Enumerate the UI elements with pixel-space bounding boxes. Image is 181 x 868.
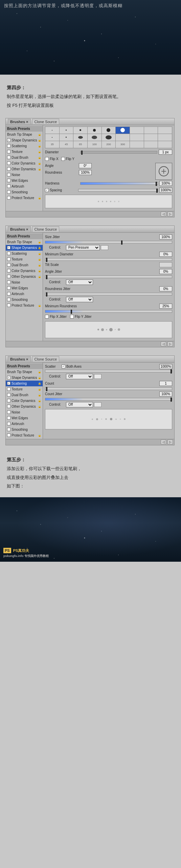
panel-3-tab-clone[interactable]: Clone Source	[32, 356, 60, 362]
checkbox-2-scattering[interactable]	[7, 252, 10, 255]
control-select-2[interactable]: Off	[66, 279, 93, 285]
sidebar-2-brush-tip[interactable]: Brush Tip Shape 🔒	[6, 239, 43, 245]
sidebar-2-dual-brush[interactable]: Dual Brush 🔒	[6, 262, 43, 268]
sidebar-2-scattering[interactable]: Scattering 🔒	[6, 251, 43, 256]
min-roundness-slider[interactable]	[45, 310, 172, 313]
sidebar-1-brush-presets[interactable]: Brush Presets	[6, 126, 43, 132]
checkbox-scattering-1[interactable]	[7, 144, 10, 148]
brush-cell-14[interactable]	[102, 134, 116, 141]
flip-x-checkbox[interactable]	[45, 157, 49, 161]
checkbox-smoothing-1[interactable]	[7, 190, 10, 194]
panel-2-btn-2[interactable]: ▷	[167, 342, 173, 346]
checkbox-protect-texture-1[interactable]	[7, 196, 10, 199]
size-jitter-thumb[interactable]	[121, 240, 122, 245]
checkbox-3-scattering[interactable]	[7, 382, 10, 385]
panel-2-tab-clone[interactable]: Clone Source	[32, 226, 60, 232]
sidebar-3-protect-texture[interactable]: Protect Texture 🔒	[6, 432, 43, 438]
sidebar-1-smoothing[interactable]: Smoothing	[6, 189, 43, 195]
sidebar-2-noise[interactable]: Noise	[6, 279, 43, 285]
min-diameter-thumb[interactable]	[46, 258, 47, 262]
checkbox-3-texture[interactable]	[7, 387, 10, 391]
checkbox-3-airbrush[interactable]	[7, 422, 10, 425]
brush-cell-6[interactable]	[116, 127, 130, 134]
checkbox-2-dual-brush[interactable]	[7, 263, 10, 267]
sidebar-2-color-dynamics[interactable]: Color Dynamics 🔒	[6, 268, 43, 274]
min-roundness-thumb[interactable]	[71, 310, 72, 314]
checkbox-3-other-dynamics[interactable]	[7, 405, 10, 408]
sidebar-2-texture[interactable]: Texture 🔒	[6, 256, 43, 262]
sidebar-2-smoothing[interactable]: Smoothing	[6, 297, 43, 303]
checkbox-3-smoothing[interactable]	[7, 428, 10, 431]
flip-y-jitter-checkbox[interactable]	[70, 315, 74, 319]
hardness-slider[interactable]	[80, 182, 158, 185]
checkbox-other-dynamics-1[interactable]	[7, 167, 10, 171]
sidebar-3-shape-dynamics[interactable]: Shape Dynamics 🔒	[6, 375, 43, 381]
sidebar-2-shape-dynamics[interactable]: Shape Dynamics 🔒	[6, 245, 43, 251]
brush-cell-8[interactable]	[144, 127, 158, 134]
sidebar-3-airbrush[interactable]: Airbrush	[6, 421, 43, 427]
brush-cell-26[interactable]	[144, 141, 158, 148]
sidebar-3-color-dynamics[interactable]: Color Dynamics 🔒	[6, 398, 43, 404]
brush-cell-13[interactable]	[88, 134, 101, 141]
sidebar-3-smoothing[interactable]: Smoothing	[6, 427, 43, 432]
checkbox-2-other-dynamics[interactable]	[7, 275, 10, 278]
panel-3-btn-2[interactable]: ▷	[167, 440, 173, 444]
sidebar-3-brush-tip[interactable]: Brush Tip Shape 🔒	[6, 369, 43, 375]
panel-3-btn-1[interactable]: ◁	[161, 440, 166, 444]
brush-cell-17[interactable]	[144, 134, 158, 141]
flip-y-checkbox[interactable]	[61, 157, 65, 161]
sidebar-1-color-dynamics[interactable]: Color Dynamics 🔒	[6, 160, 43, 166]
count-jitter-control-select[interactable]: Off	[66, 402, 93, 407]
panel-1-btn-2[interactable]: ▷	[167, 212, 173, 216]
scatter-thumb[interactable]	[171, 369, 172, 373]
angle-input[interactable]	[79, 163, 92, 168]
checkbox-3-color-dynamics[interactable]	[7, 399, 10, 402]
brush-cell-9[interactable]	[158, 127, 172, 134]
sidebar-1-texture[interactable]: Texture 🔒	[6, 149, 43, 155]
sidebar-3-texture[interactable]: Texture 🔒	[6, 386, 43, 392]
scatter-input[interactable]	[159, 364, 172, 369]
checkbox-2-texture[interactable]	[7, 257, 10, 261]
sidebar-1-scattering[interactable]: Scattering 🔒	[6, 143, 43, 149]
roundness-jitter-slider[interactable]	[45, 293, 172, 295]
brush-cell-20[interactable]: 45	[60, 141, 73, 148]
sidebar-1-protect-texture[interactable]: Protect Texture 🔒	[6, 195, 43, 201]
angle-jitter-slider[interactable]	[45, 275, 172, 278]
diameter-input[interactable]	[159, 150, 172, 155]
brush-cell-22[interactable]: 100	[88, 141, 101, 148]
sidebar-2-other-dynamics[interactable]: Other Dynamics 🔒	[6, 274, 43, 279]
scatter-control-select[interactable]: Off	[66, 374, 93, 379]
scatter-slider[interactable]	[45, 370, 172, 372]
checkbox-dual-brush-1[interactable]	[7, 156, 10, 159]
hardness-thumb[interactable]	[156, 182, 157, 186]
brush-cell-7[interactable]	[130, 127, 144, 134]
sidebar-3-scattering[interactable]: Scattering 🔒	[6, 381, 43, 386]
diameter-thumb[interactable]	[81, 151, 83, 155]
brush-cell-19[interactable]: 35	[45, 141, 59, 148]
count-jitter-slider[interactable]	[45, 398, 172, 401]
sidebar-1-other-dynamics[interactable]: Other Dynamics 🔒	[6, 166, 43, 172]
spacing-slider[interactable]	[78, 189, 158, 192]
brush-cell-27[interactable]	[158, 141, 172, 148]
checkbox-color-dynamics-1[interactable]	[7, 161, 10, 165]
sidebar-3-brush-presets[interactable]: Brush Presets	[6, 363, 43, 369]
roundness-input[interactable]	[79, 170, 92, 175]
checkbox-texture-1[interactable]	[7, 150, 10, 153]
brush-cell-3[interactable]	[73, 127, 87, 134]
angle-jitter-input[interactable]	[159, 269, 172, 274]
count-input[interactable]	[159, 381, 172, 386]
roundness-jitter-input[interactable]	[159, 286, 172, 291]
diameter-slider[interactable]	[80, 151, 157, 154]
checkbox-2-wet-edges[interactable]	[7, 286, 10, 290]
min-roundness-input[interactable]	[159, 304, 172, 309]
brush-cell-5[interactable]	[102, 127, 116, 134]
panel-1-tab-brushes[interactable]: Brushes ×	[8, 119, 31, 124]
spacing-thumb[interactable]	[156, 189, 158, 193]
brush-cell-16[interactable]	[130, 134, 144, 141]
checkbox-noise-1[interactable]	[7, 173, 10, 176]
sidebar-2-protect-texture[interactable]: Protect Texture 🔒	[6, 303, 43, 308]
sidebar-3-wet-edges[interactable]: Wet Edges	[6, 415, 43, 421]
sidebar-3-other-dynamics[interactable]: Other Dynamics 🔒	[6, 404, 43, 409]
min-diameter-slider[interactable]	[45, 258, 172, 261]
brush-cell-12[interactable]	[73, 134, 87, 141]
